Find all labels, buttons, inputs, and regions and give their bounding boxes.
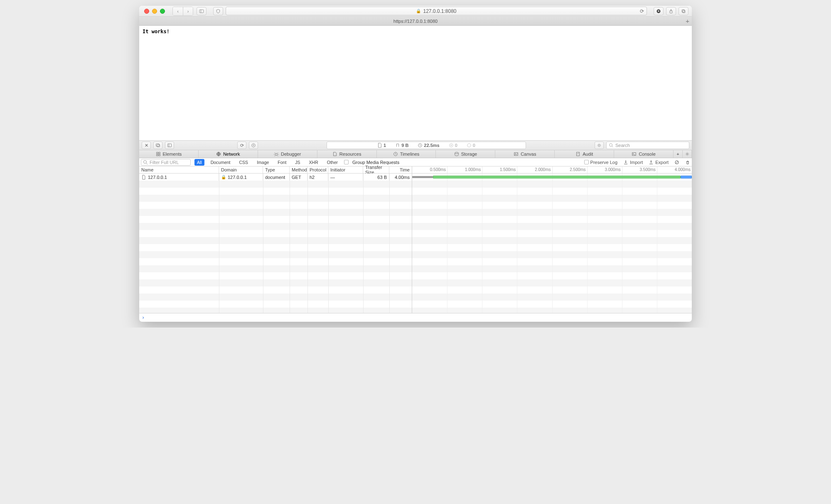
address-bar[interactable]: 🔒 127.0.0.1:8080 ⟳ (226, 7, 647, 15)
col-size[interactable]: Transfer Size (363, 166, 389, 173)
filter-url-input[interactable]: Filter Full URL (141, 159, 191, 166)
lock-icon: 🔒 (416, 9, 421, 13)
document-icon (377, 143, 382, 148)
table-body: 127.0.0.1 🔒127.0.0.1 document GET h2 — 6… (139, 174, 412, 313)
filter-css[interactable]: CSS (237, 159, 251, 166)
dock-side-button[interactable] (153, 142, 162, 149)
import-button[interactable]: Import (623, 160, 643, 165)
svg-rect-27 (577, 152, 580, 156)
tab-canvas[interactable]: Canvas (495, 150, 555, 158)
close-window-button[interactable] (144, 9, 149, 14)
col-name[interactable]: Name (139, 166, 219, 173)
timeline-tick: 1.500ms (500, 167, 517, 172)
tab-network[interactable]: Network (199, 150, 258, 158)
device-settings-button[interactable] (595, 142, 604, 149)
add-panel-button[interactable]: + (674, 150, 683, 158)
svg-point-15 (610, 144, 612, 147)
waterfall-row[interactable] (412, 174, 692, 181)
col-method[interactable]: Method (290, 166, 307, 173)
minimize-window-button[interactable] (152, 9, 157, 14)
filter-icon (143, 160, 148, 165)
privacy-report-button[interactable] (213, 7, 223, 15)
tab-bar: https://127.0.0.1:8080 + (139, 17, 692, 26)
time-icon (418, 143, 423, 148)
svg-rect-4 (682, 10, 684, 12)
svg-rect-8 (168, 144, 172, 147)
group-media-checkbox[interactable] (344, 160, 349, 164)
canvas-icon (514, 152, 519, 157)
col-type[interactable]: Type (263, 166, 290, 173)
clear-button[interactable] (685, 160, 690, 165)
back-button[interactable]: ‹ (173, 7, 183, 15)
reload-ignoring-cache-button[interactable]: ⟳ (237, 142, 246, 149)
svg-line-33 (676, 161, 678, 164)
tab-console[interactable]: Console (614, 150, 674, 158)
tab-timelines[interactable]: Timelines (377, 150, 436, 158)
reload-icon[interactable]: ⟳ (640, 8, 644, 14)
tab-audit[interactable]: Audit (555, 150, 614, 158)
network-summary: 1 9 B 22.5ms 0 0 (327, 142, 526, 149)
tabs-overview-button[interactable] (679, 7, 688, 15)
group-media-label: Group Media Requests (352, 160, 399, 165)
storage-icon (454, 152, 459, 157)
timeline-tick: 0.500ms (430, 167, 447, 172)
share-button[interactable] (666, 7, 676, 15)
timeline-tick: 2.500ms (570, 167, 587, 172)
filter-document[interactable]: Document (208, 159, 233, 166)
tab-resources[interactable]: Resources (317, 150, 377, 158)
svg-rect-18 (158, 152, 160, 154)
tab-debugger[interactable]: Debugger (258, 150, 317, 158)
downloads-button[interactable] (654, 7, 664, 15)
tab-elements[interactable]: Elements (139, 150, 199, 158)
svg-rect-0 (199, 10, 204, 13)
svg-rect-17 (156, 152, 157, 154)
col-protocol[interactable]: Protocol (307, 166, 328, 173)
filter-all[interactable]: All (194, 159, 204, 166)
disable-cache-button[interactable] (674, 160, 679, 165)
svg-point-24 (455, 152, 458, 154)
page-text: It works! (143, 29, 170, 34)
preserve-log-toggle[interactable]: Preserve Log (584, 160, 617, 165)
size-icon (395, 143, 400, 148)
export-button[interactable]: Export (649, 160, 669, 165)
svg-rect-19 (156, 154, 157, 156)
download-har-button[interactable] (249, 142, 258, 149)
nocache-icon (674, 160, 679, 165)
address-text: 127.0.0.1:8080 (423, 8, 456, 14)
timeline-tick: 3.500ms (640, 167, 657, 172)
sidebar-toggle-button[interactable] (197, 7, 207, 15)
tab-storage[interactable]: Storage (436, 150, 495, 158)
timeline-tick: 2.000ms (535, 167, 552, 172)
devtools-search[interactable]: Search (606, 142, 689, 149)
filter-font[interactable]: Font (275, 159, 289, 166)
col-time[interactable]: Time (389, 166, 412, 173)
titlebar: ‹ › 🔒 127.0.0.1:8080 ⟳ (139, 6, 692, 17)
search-icon (609, 143, 614, 148)
col-initiator[interactable]: Initiator (328, 166, 363, 173)
forward-button[interactable]: › (183, 7, 193, 15)
timelines-icon (393, 152, 398, 157)
svg-line-31 (146, 163, 148, 164)
table-header: Name Domain Type Method Protocol Initiat… (139, 166, 412, 174)
timeline-tick: 1.000ms (465, 167, 482, 172)
col-domain[interactable]: Domain (219, 166, 263, 173)
filter-xhr[interactable]: XHR (307, 159, 321, 166)
filter-image[interactable]: Image (254, 159, 271, 166)
panel-settings-button[interactable] (683, 150, 692, 158)
table-row[interactable]: 127.0.0.1 🔒127.0.0.1 document GET h2 — 6… (139, 174, 412, 181)
new-tab-button[interactable]: + (686, 17, 689, 24)
network-filter-row: Filter Full URL All Document CSS Image F… (139, 158, 692, 166)
svg-line-16 (612, 146, 613, 147)
filter-other[interactable]: Other (325, 159, 340, 166)
zoom-window-button[interactable] (160, 9, 165, 14)
console-prompt[interactable]: › (139, 313, 692, 322)
tab-title[interactable]: https://127.0.0.1:8080 (393, 19, 438, 24)
filter-js[interactable]: JS (293, 159, 302, 166)
document-icon (141, 175, 146, 180)
close-devtools-button[interactable]: ✕ (142, 142, 151, 149)
waterfall-header[interactable]: 0.500ms1.000ms1.500ms2.000ms2.500ms3.000… (412, 166, 692, 174)
timeline-tick: 3.000ms (605, 167, 622, 172)
gear-icon (685, 152, 690, 157)
svg-point-29 (686, 153, 688, 154)
toggle-left-panel-button[interactable] (165, 142, 174, 149)
